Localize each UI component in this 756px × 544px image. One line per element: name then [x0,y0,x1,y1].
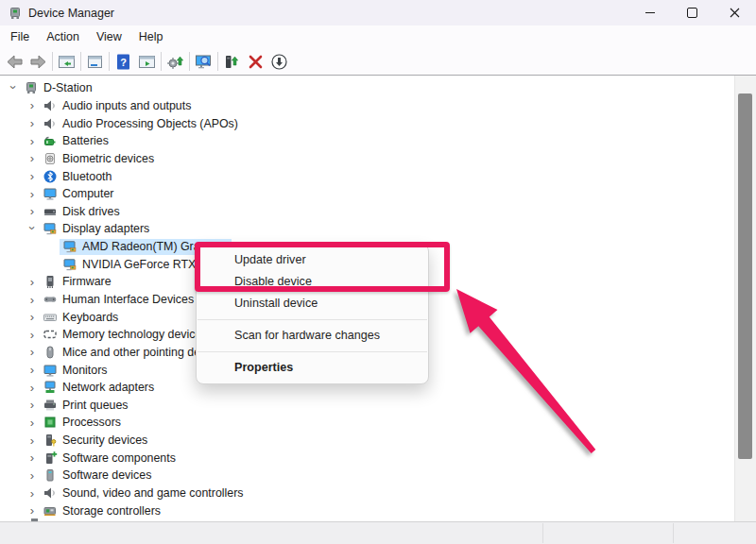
chevron-collapsed-icon[interactable]: › [25,487,40,500]
context-menu-item-uninstall-device[interactable]: Uninstall device [197,293,428,314]
speaker-icon [43,485,58,501]
back-icon [5,52,25,72]
menu-view[interactable]: View [88,27,130,46]
chevron-collapsed-icon[interactable]: › [25,135,40,147]
software-plus-icon [43,450,58,466]
tree-item-print-queues[interactable]: ›Print queues [0,397,735,415]
tree-item-label: Keyboards [62,311,118,324]
tree-item-label: Computer [62,187,113,200]
chevron-collapsed-icon[interactable]: › [25,364,40,376]
chevron-collapsed-icon[interactable]: › [25,469,40,482]
chevron-collapsed-icon[interactable]: › [25,170,40,182]
tree-item-software-devices[interactable]: ›Software devices [0,467,735,484]
chevron-collapsed-icon[interactable]: › [25,152,40,164]
menu-action[interactable]: Action [38,27,88,46]
tree-item-disk-drives[interactable]: ›Disk drives [0,202,735,220]
chevron-collapsed-icon[interactable]: › [25,117,40,129]
window-title: Device Manager [28,7,114,20]
chevron-collapsed-icon[interactable]: › [25,416,40,429]
uninstall-device-button[interactable] [244,50,267,73]
tree-item-label: Network adapters [62,381,154,394]
tree-item-computer[interactable]: ›Computer [0,185,735,203]
context-menu-item-properties[interactable]: Properties [197,357,428,379]
tree-item-d-station[interactable]: ›D-Station [0,79,735,97]
vertical-scrollbar[interactable] [734,76,756,522]
show-action-pane-button[interactable] [135,50,159,73]
show-console-tree-icon [57,52,77,72]
tree-item-audio-processing-objects-apos[interactable]: ›Audio Processing Objects (APOs) [0,114,735,132]
tree-item-label: Software components [62,451,176,465]
forward-icon [28,52,48,72]
chevron-expanded-icon[interactable]: › [26,220,39,235]
chevron-collapsed-icon[interactable]: › [25,346,40,358]
toolbar-separator [52,52,53,71]
maximize-icon [687,8,697,18]
tree-item-bluetooth[interactable]: ›Bluetooth [0,167,735,185]
tree-item-label: D-Station [43,81,93,94]
monitor-icon [43,186,58,201]
forward-button[interactable] [26,50,50,73]
tree-item-label: Storage controllers [62,504,161,518]
show-console-tree-button[interactable] [55,50,78,73]
monitor-icon [43,363,58,378]
minimize-button[interactable] [628,0,671,26]
tree-item-label: Print queues [62,399,129,412]
tree-item-label: Monitors [62,364,108,377]
update-driver-button[interactable] [163,50,187,73]
toolbar-separator [189,52,190,71]
toolbar-separator [161,52,162,71]
cpu-icon [43,415,58,430]
menu-help[interactable]: Help [130,27,172,46]
maximize-button[interactable] [671,0,713,26]
properties-button[interactable] [83,50,107,73]
tree-item-security-devices[interactable]: ›Security devices [0,432,735,450]
chevron-collapsed-icon[interactable]: › [25,311,40,323]
chevron-collapsed-icon[interactable]: › [25,434,40,447]
update-driver-device-button[interactable] [220,50,244,73]
chevron-collapsed-icon[interactable]: › [25,504,40,517]
tree-item-label: Bluetooth [62,170,112,183]
battery-icon [43,133,58,148]
disable-device-icon [269,52,289,72]
help-button[interactable]: ? [112,50,135,73]
chevron-collapsed-icon[interactable]: › [25,451,40,464]
scan-hardware-changes-button[interactable] [192,50,215,73]
context-menu-item-scan-for-hardware-changes[interactable]: Scan for hardware changes [197,325,428,347]
tree-item-label: Human Interface Devices [62,293,194,306]
chevron-collapsed-icon[interactable]: › [25,329,40,341]
tree-item-audio-inputs-and-outputs[interactable]: ›Audio inputs and outputs [0,97,735,115]
chevron-collapsed-icon[interactable]: › [25,99,40,111]
mouse-icon [43,345,58,360]
tree-item-display-adapters[interactable]: ›Display adapters [0,220,735,238]
network-icon [43,380,58,395]
tree-item-storage-controllers[interactable]: ›Storage controllers [0,502,735,519]
firmware-icon [43,274,58,289]
chevron-expanded-icon[interactable]: › [8,79,20,94]
tree-item-label: Software devices [62,468,151,482]
chevron-collapsed-icon[interactable]: › [25,188,40,200]
chevron-collapsed-icon[interactable]: › [25,399,40,411]
tree-item-biometric-devices[interactable]: ›Biometric devices [0,150,735,168]
disable-device-button[interactable] [267,50,291,73]
tree-item-processors[interactable]: ›Processors [0,414,735,432]
tree-item-label: Sound, video and game controllers [62,486,244,500]
close-button[interactable] [713,0,756,26]
menu-file[interactable]: File [2,27,38,46]
chevron-collapsed-icon[interactable]: › [25,382,40,394]
display-icon [62,257,77,272]
tree-item-software-components[interactable]: ›Software components [0,449,735,467]
tree-item-label: Processors [62,416,121,429]
device-manager-app-icon [8,6,23,21]
scrollbar-thumb[interactable] [738,94,752,459]
chevron-collapsed-icon[interactable]: › [25,276,40,288]
chevron-collapsed-icon[interactable]: › [25,294,40,306]
context-menu-separator [198,351,427,352]
back-button[interactable] [3,50,26,73]
tree-item-batteries[interactable]: ›Batteries [0,132,735,150]
chevron-collapsed-icon[interactable]: › [25,205,40,217]
fingerprint-icon [43,151,58,166]
tree-item-sound-video-and-game-controllers[interactable]: ›Sound, video and game controllers [0,484,735,502]
annotation-highlight-box [195,242,450,292]
help-icon: ? [113,52,133,72]
close-icon [730,8,740,18]
